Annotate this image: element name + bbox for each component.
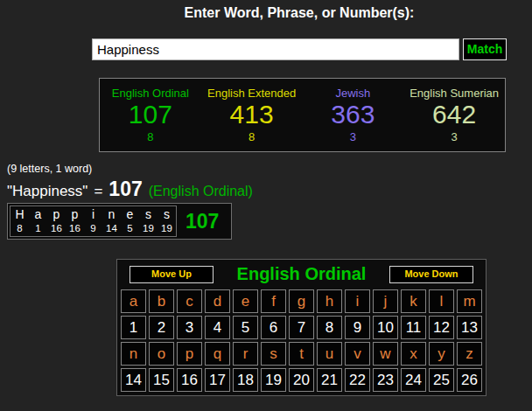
cipher-reduction: 3 <box>303 130 404 143</box>
cipher-letter-cell: l <box>429 289 454 313</box>
breakdown-letter: H <box>10 207 29 222</box>
breakdown-letter: s <box>139 207 158 222</box>
cipher-value-cell: 17 <box>205 368 230 392</box>
cipher-name: English Ordinal <box>100 87 201 100</box>
cipher-letter-cell: m <box>457 289 482 313</box>
breakdown-letter: i <box>84 207 102 222</box>
cipher-letter-value-grid: abcdefghijklm12345678910111213nopqrstuvw… <box>121 289 482 392</box>
cipher-letter-cell: n <box>121 342 146 366</box>
cipher-letter-cell: a <box>121 289 146 313</box>
cipher-table-header: Move Up English Ordinal Move Down <box>121 264 482 284</box>
cipher-letter-cell: y <box>429 342 454 366</box>
match-button[interactable]: Match <box>463 38 507 60</box>
cipher-value-cell: 5 <box>233 316 258 339</box>
cipher-column-english-ordinal: English Ordinal 107 8 <box>100 79 201 151</box>
breakdown-letter: s <box>158 207 176 222</box>
cipher-value-cell: 19 <box>261 368 286 392</box>
breakdown-letter-value: 8 <box>10 222 29 234</box>
cipher-value-cell: 18 <box>233 368 258 392</box>
cipher-value-cell: 6 <box>261 316 286 339</box>
cipher-value-link[interactable]: 413 <box>201 100 303 129</box>
cipher-letter-cell: b <box>149 289 174 313</box>
cipher-value-cell: 12 <box>429 316 454 339</box>
breakdown-letter-value: 16 <box>47 222 66 234</box>
breakdown-letter: n <box>102 207 121 222</box>
cipher-value-cell: 16 <box>177 368 202 392</box>
cipher-value-cell: 2 <box>149 316 174 339</box>
cipher-letter-cell: k <box>401 289 426 313</box>
cipher-letter-cell: g <box>289 289 314 313</box>
cipher-reduction: 8 <box>100 130 201 143</box>
cipher-column-jewish: Jewish 363 3 <box>303 79 404 151</box>
cipher-letter-cell: v <box>345 342 370 366</box>
cipher-value-cell: 15 <box>149 368 174 392</box>
breakdown-letter-value: 14 <box>102 222 121 234</box>
equation-word: "Happiness" <box>7 183 88 200</box>
breakdown-letter: p <box>47 207 66 222</box>
cipher-value-cell: 9 <box>345 316 370 339</box>
cipher-value-cell: 22 <box>345 368 370 392</box>
breakdown-letter-value: 9 <box>84 222 102 234</box>
equals-sign: = <box>94 183 102 200</box>
cipher-value-cell: 10 <box>373 316 398 339</box>
letter-breakdown-table: Happiness81161691451919 107 <box>7 203 232 240</box>
cipher-letter-cell: q <box>205 342 230 366</box>
equation-cipher-note: (English Ordinal) <box>149 184 253 199</box>
cipher-value-cell: 21 <box>317 368 342 392</box>
breakdown-letter: a <box>29 207 47 222</box>
equation-value: 107 <box>108 178 142 201</box>
result-equation: "Happiness" = 107 (English Ordinal) <box>7 178 253 201</box>
search-input[interactable] <box>92 38 459 60</box>
cipher-letter-cell: z <box>457 342 482 366</box>
cipher-value-cell: 3 <box>177 316 202 339</box>
breakdown-letter: p <box>66 207 84 222</box>
cipher-value-cell: 26 <box>457 368 482 392</box>
letters-word-count: (9 letters, 1 word) <box>7 163 92 175</box>
cipher-name: English Extended <box>201 87 303 100</box>
cipher-reduction: 8 <box>201 130 303 143</box>
cipher-letter-cell: t <box>289 342 314 366</box>
cipher-value-cell: 20 <box>289 368 314 392</box>
breakdown-letter-value: 1 <box>29 222 47 234</box>
cipher-value-link[interactable]: 363 <box>303 100 404 129</box>
cipher-letter-cell: h <box>317 289 342 313</box>
cipher-reference-table: Move Up English Ordinal Move Down abcdef… <box>116 259 486 396</box>
cipher-reduction: 3 <box>403 130 505 143</box>
cipher-value-cell: 11 <box>401 316 426 339</box>
cipher-letter-cell: u <box>317 342 342 366</box>
cipher-letter-cell: w <box>373 342 398 366</box>
cipher-letter-cell: r <box>233 342 258 366</box>
cipher-letter-cell: o <box>149 342 174 366</box>
cipher-letter-cell: x <box>401 342 426 366</box>
cipher-value-cell: 14 <box>121 368 146 392</box>
cipher-letter-cell: e <box>233 289 258 313</box>
breakdown-letter-value: 5 <box>121 222 139 234</box>
cipher-letter-cell: p <box>177 342 202 366</box>
breakdown-letter-value: 19 <box>139 222 158 234</box>
cipher-name: English Sumerian <box>403 87 505 100</box>
cipher-value-cell: 24 <box>401 368 426 392</box>
cipher-column-english-sumerian: English Sumerian 642 3 <box>403 79 505 151</box>
cipher-letter-cell: f <box>261 289 286 313</box>
cipher-value-cell: 23 <box>373 368 398 392</box>
cipher-letter-cell: j <box>373 289 398 313</box>
move-down-button[interactable]: Move Down <box>389 266 473 283</box>
letter-breakdown-grid: Happiness81161691451919 <box>10 206 177 237</box>
cipher-letter-cell: d <box>205 289 230 313</box>
move-up-button[interactable]: Move Up <box>130 266 214 283</box>
breakdown-letter-value: 16 <box>66 222 84 234</box>
cipher-letter-cell: i <box>345 289 370 313</box>
cipher-value-cell: 1 <box>121 316 146 339</box>
page-title: Enter Word, Phrase, or Number(s): <box>92 5 507 21</box>
cipher-value-link[interactable]: 642 <box>403 100 505 129</box>
cipher-letter-cell: c <box>177 289 202 313</box>
cipher-column-english-extended: English Extended 413 8 <box>201 79 303 151</box>
search-row: Match <box>92 38 507 60</box>
cipher-value-link[interactable]: 107 <box>100 100 201 129</box>
cipher-value-cell: 4 <box>205 316 230 339</box>
cipher-results-panel: English Ordinal 107 8 English Extended 4… <box>99 78 506 152</box>
cipher-name: Jewish <box>303 87 404 100</box>
breakdown-letter: e <box>121 207 139 222</box>
cipher-value-cell: 25 <box>429 368 454 392</box>
breakdown-letter-value: 19 <box>158 222 176 234</box>
